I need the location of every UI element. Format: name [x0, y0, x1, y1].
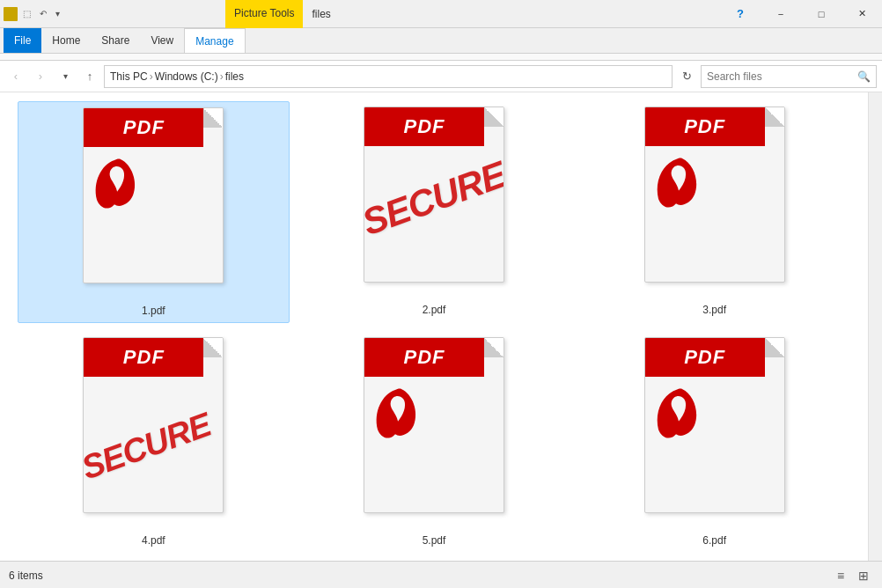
- file-item-3[interactable]: PDF 3.pdf: [578, 101, 850, 323]
- address-path[interactable]: This PC › Windows (C:) › files: [104, 65, 673, 88]
- pdf-label-4: PDF: [123, 346, 165, 369]
- back-btn[interactable]: ‹: [5, 66, 26, 87]
- pdf-page-6: PDF: [644, 337, 785, 513]
- tab-manage[interactable]: Manage: [184, 28, 245, 53]
- app-icon: [4, 7, 18, 21]
- tab-share[interactable]: Share: [91, 28, 140, 53]
- item-count: 6 items: [9, 570, 43, 582]
- file-thumb-4: PDF SECURE: [74, 337, 232, 531]
- pdf-header-4: PDF: [84, 338, 203, 377]
- pdf-label-2: PDF: [403, 115, 445, 138]
- file-name-2: 2.pdf: [423, 304, 446, 316]
- refresh-btn[interactable]: ↻: [676, 66, 697, 87]
- file-thumb-5: PDF: [355, 337, 513, 531]
- up-btn[interactable]: ↑: [79, 66, 100, 87]
- pdf-header-1: PDF: [84, 108, 203, 147]
- secure-watermark-2: SECURE: [364, 153, 504, 244]
- file-item-5[interactable]: PDF 5.pdf: [298, 332, 570, 552]
- details-view-btn[interactable]: ≡: [831, 566, 850, 585]
- app-title: files: [303, 0, 339, 28]
- large-icons-view-btn[interactable]: ⊞: [854, 566, 873, 585]
- file-item-1[interactable]: PDF 1.pdf: [18, 101, 290, 323]
- file-thumb-1: PDF: [74, 107, 232, 301]
- ribbon: File Home Share View Manage: [0, 28, 882, 61]
- tab-home[interactable]: Home: [41, 28, 91, 53]
- breadcrumb-drive[interactable]: Windows (C:): [155, 70, 218, 83]
- breadcrumb-thispc[interactable]: This PC: [110, 70, 148, 83]
- file-grid: PDF 1.pdf PDF SECURE 2.pdf: [0, 92, 868, 561]
- minimize-btn[interactable]: −: [761, 0, 801, 28]
- pdf-header-6: PDF: [645, 338, 765, 377]
- tab-file[interactable]: File: [4, 28, 41, 53]
- pdf-page-3: PDF: [644, 107, 785, 283]
- acrobat-icon-1: [84, 147, 145, 217]
- secure-watermark-4: SECURE: [83, 406, 216, 488]
- forward-btn[interactable]: ›: [30, 66, 51, 87]
- search-box[interactable]: 🔍: [701, 65, 877, 88]
- pdf-label-3: PDF: [684, 115, 725, 138]
- pdf-page-2: PDF SECURE: [364, 107, 504, 283]
- status-bar: 6 items ≡ ⊞: [0, 561, 882, 588]
- title-bar: ⬚ ↶ ▾ Picture Tools files ? − □ ✕: [0, 0, 882, 28]
- quick-dropdown-btn[interactable]: ▾: [52, 9, 63, 18]
- ribbon-tabs: File Home Share View Manage: [0, 28, 882, 53]
- pdf-page-1: PDF: [83, 107, 224, 283]
- picture-tools-label: Picture Tools: [225, 0, 303, 28]
- file-name-6: 6.pdf: [702, 534, 726, 547]
- scrollbar[interactable]: [868, 92, 882, 561]
- ribbon-content-area: [0, 53, 882, 60]
- window-controls: ? − □ ✕: [720, 0, 882, 28]
- title-bar-left: ⬚ ↶ ▾: [0, 7, 67, 21]
- maximize-btn[interactable]: □: [801, 0, 842, 28]
- view-toggle: ≡ ⊞: [831, 566, 873, 585]
- pdf-label-1: PDF: [123, 116, 165, 139]
- file-item-6[interactable]: PDF 6.pdf: [578, 332, 850, 552]
- address-bar: ‹ › ▾ ↑ This PC › Windows (C:) › files ↻…: [0, 61, 882, 92]
- pdf-label-5: PDF: [403, 346, 445, 369]
- help-btn[interactable]: ?: [720, 0, 761, 28]
- search-icon: 🔍: [857, 70, 871, 83]
- file-thumb-3: PDF: [636, 107, 794, 300]
- file-name-3: 3.pdf: [702, 304, 726, 316]
- acrobat-icon-3: [645, 146, 707, 217]
- recent-locations-btn[interactable]: ▾: [55, 66, 76, 87]
- sep1: ›: [150, 70, 153, 83]
- file-thumb-2: PDF SECURE: [355, 107, 513, 300]
- breadcrumb-files[interactable]: files: [225, 70, 244, 83]
- close-btn[interactable]: ✕: [842, 0, 882, 28]
- pdf-header-5: PDF: [364, 338, 484, 377]
- pdf-header-3: PDF: [645, 107, 765, 146]
- quick-undo-btn[interactable]: ↶: [36, 9, 50, 18]
- file-thumb-6: PDF: [636, 337, 794, 531]
- file-item-4[interactable]: PDF SECURE 4.pdf: [18, 332, 290, 552]
- pdf-page-5: PDF: [364, 337, 504, 513]
- file-name-5: 5.pdf: [423, 534, 446, 547]
- pdf-header-2: PDF: [364, 107, 484, 146]
- quick-access-btn[interactable]: ⬚: [19, 9, 34, 18]
- file-name-4: 4.pdf: [142, 534, 165, 547]
- acrobat-icon-5: [364, 377, 426, 447]
- sep2: ›: [220, 70, 224, 83]
- search-input[interactable]: [707, 70, 854, 83]
- file-name-1: 1.pdf: [142, 305, 165, 317]
- pdf-label-6: PDF: [684, 346, 725, 369]
- acrobat-icon-6: [645, 377, 707, 447]
- pdf-page-4: PDF SECURE: [83, 337, 224, 513]
- file-item-2[interactable]: PDF SECURE 2.pdf: [298, 101, 570, 323]
- tab-view[interactable]: View: [140, 28, 184, 53]
- main-area: PDF 1.pdf PDF SECURE 2.pdf: [0, 92, 882, 561]
